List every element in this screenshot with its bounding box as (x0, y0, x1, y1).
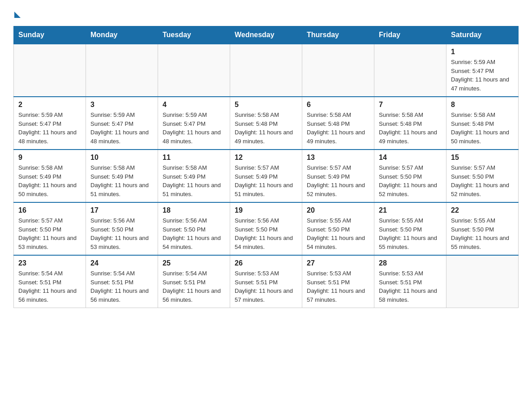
day-number: 2 (18, 101, 81, 109)
calendar-cell: 10Sunrise: 5:58 AMSunset: 5:49 PMDayligh… (86, 150, 158, 202)
week-row-4: 16Sunrise: 5:57 AMSunset: 5:50 PMDayligh… (14, 202, 519, 255)
calendar-cell (302, 44, 374, 97)
calendar-cell: 8Sunrise: 5:58 AMSunset: 5:48 PMDaylight… (446, 97, 519, 150)
calendar-cell: 19Sunrise: 5:56 AMSunset: 5:50 PMDayligh… (230, 202, 302, 255)
calendar-cell: 11Sunrise: 5:58 AMSunset: 5:49 PMDayligh… (158, 150, 230, 202)
calendar-cell: 6Sunrise: 5:58 AMSunset: 5:48 PMDaylight… (302, 97, 374, 150)
day-info: Sunrise: 5:58 AMSunset: 5:48 PMDaylight:… (235, 111, 297, 146)
day-info: Sunrise: 5:58 AMSunset: 5:49 PMDaylight:… (163, 163, 225, 198)
calendar-cell: 7Sunrise: 5:58 AMSunset: 5:48 PMDaylight… (374, 97, 446, 150)
day-info: Sunrise: 5:58 AMSunset: 5:49 PMDaylight:… (18, 163, 81, 198)
day-number: 17 (90, 206, 153, 214)
day-number: 15 (451, 154, 514, 162)
calendar-cell: 27Sunrise: 5:53 AMSunset: 5:51 PMDayligh… (302, 255, 374, 308)
day-header-monday: Monday (86, 26, 158, 44)
calendar-cell (446, 255, 519, 308)
day-info: Sunrise: 5:55 AMSunset: 5:50 PMDaylight:… (379, 216, 442, 251)
day-info: Sunrise: 5:58 AMSunset: 5:48 PMDaylight:… (451, 111, 514, 146)
day-number: 9 (18, 154, 81, 162)
calendar-cell (158, 44, 230, 97)
day-info: Sunrise: 5:54 AMSunset: 5:51 PMDaylight:… (90, 269, 153, 304)
calendar-cell: 22Sunrise: 5:55 AMSunset: 5:50 PMDayligh… (446, 202, 519, 255)
day-info: Sunrise: 5:54 AMSunset: 5:51 PMDaylight:… (163, 269, 225, 304)
calendar-header: SundayMondayTuesdayWednesdayThursdayFrid… (14, 26, 519, 44)
calendar-cell: 16Sunrise: 5:57 AMSunset: 5:50 PMDayligh… (14, 202, 86, 255)
day-info: Sunrise: 5:57 AMSunset: 5:50 PMDaylight:… (379, 163, 442, 198)
day-number: 7 (379, 101, 442, 109)
calendar-body: 1Sunrise: 5:59 AMSunset: 5:47 PMDaylight… (14, 44, 519, 308)
day-number: 4 (163, 101, 225, 109)
day-number: 20 (307, 206, 369, 214)
day-info: Sunrise: 5:56 AMSunset: 5:50 PMDaylight:… (235, 216, 297, 251)
days-of-week-row: SundayMondayTuesdayWednesdayThursdayFrid… (14, 26, 519, 44)
day-number: 16 (18, 206, 81, 214)
calendar-cell: 4Sunrise: 5:59 AMSunset: 5:47 PMDaylight… (158, 97, 230, 150)
day-info: Sunrise: 5:53 AMSunset: 5:51 PMDaylight:… (235, 269, 297, 304)
calendar-cell: 12Sunrise: 5:57 AMSunset: 5:49 PMDayligh… (230, 150, 302, 202)
calendar-cell (374, 44, 446, 97)
calendar-table: SundayMondayTuesdayWednesdayThursdayFrid… (13, 26, 519, 308)
logo-arrow-icon (14, 12, 21, 18)
calendar-cell (230, 44, 302, 97)
day-header-friday: Friday (374, 26, 446, 44)
day-number: 12 (235, 154, 297, 162)
calendar-cell: 24Sunrise: 5:54 AMSunset: 5:51 PMDayligh… (86, 255, 158, 308)
page-header (13, 9, 519, 17)
calendar-cell: 3Sunrise: 5:59 AMSunset: 5:47 PMDaylight… (86, 97, 158, 150)
day-number: 25 (163, 259, 225, 267)
day-number: 6 (307, 101, 369, 109)
day-info: Sunrise: 5:59 AMSunset: 5:47 PMDaylight:… (90, 111, 153, 146)
calendar-cell: 9Sunrise: 5:58 AMSunset: 5:49 PMDaylight… (14, 150, 86, 202)
day-number: 24 (90, 259, 153, 267)
day-number: 21 (379, 206, 442, 214)
day-number: 26 (235, 259, 297, 267)
calendar-cell: 20Sunrise: 5:55 AMSunset: 5:50 PMDayligh… (302, 202, 374, 255)
day-info: Sunrise: 5:58 AMSunset: 5:49 PMDaylight:… (90, 163, 153, 198)
day-info: Sunrise: 5:58 AMSunset: 5:48 PMDaylight:… (379, 111, 442, 146)
calendar-cell: 17Sunrise: 5:56 AMSunset: 5:50 PMDayligh… (86, 202, 158, 255)
day-info: Sunrise: 5:54 AMSunset: 5:51 PMDaylight:… (18, 269, 81, 304)
calendar-cell: 21Sunrise: 5:55 AMSunset: 5:50 PMDayligh… (374, 202, 446, 255)
day-info: Sunrise: 5:58 AMSunset: 5:48 PMDaylight:… (307, 111, 369, 146)
day-number: 3 (90, 101, 153, 109)
week-row-1: 1Sunrise: 5:59 AMSunset: 5:47 PMDaylight… (14, 44, 519, 97)
calendar-cell: 13Sunrise: 5:57 AMSunset: 5:49 PMDayligh… (302, 150, 374, 202)
calendar-cell: 5Sunrise: 5:58 AMSunset: 5:48 PMDaylight… (230, 97, 302, 150)
calendar-cell: 26Sunrise: 5:53 AMSunset: 5:51 PMDayligh… (230, 255, 302, 308)
day-number: 27 (307, 259, 369, 267)
calendar-cell: 28Sunrise: 5:53 AMSunset: 5:51 PMDayligh… (374, 255, 446, 308)
day-number: 28 (379, 259, 442, 267)
calendar-cell (86, 44, 158, 97)
day-info: Sunrise: 5:53 AMSunset: 5:51 PMDaylight:… (307, 269, 369, 304)
logo (13, 9, 21, 17)
day-number: 19 (235, 206, 297, 214)
day-info: Sunrise: 5:59 AMSunset: 5:47 PMDaylight:… (451, 58, 514, 93)
week-row-5: 23Sunrise: 5:54 AMSunset: 5:51 PMDayligh… (14, 255, 519, 308)
day-info: Sunrise: 5:57 AMSunset: 5:49 PMDaylight:… (307, 163, 369, 198)
day-info: Sunrise: 5:57 AMSunset: 5:49 PMDaylight:… (235, 163, 297, 198)
day-info: Sunrise: 5:55 AMSunset: 5:50 PMDaylight:… (451, 216, 514, 251)
day-info: Sunrise: 5:56 AMSunset: 5:50 PMDaylight:… (90, 216, 153, 251)
week-row-2: 2Sunrise: 5:59 AMSunset: 5:47 PMDaylight… (14, 97, 519, 150)
week-row-3: 9Sunrise: 5:58 AMSunset: 5:49 PMDaylight… (14, 150, 519, 202)
day-header-saturday: Saturday (446, 26, 519, 44)
calendar-cell: 15Sunrise: 5:57 AMSunset: 5:50 PMDayligh… (446, 150, 519, 202)
day-header-wednesday: Wednesday (230, 26, 302, 44)
day-number: 18 (163, 206, 225, 214)
day-number: 1 (451, 48, 514, 56)
calendar-cell: 18Sunrise: 5:56 AMSunset: 5:50 PMDayligh… (158, 202, 230, 255)
day-info: Sunrise: 5:57 AMSunset: 5:50 PMDaylight:… (451, 163, 514, 198)
day-number: 23 (18, 259, 81, 267)
calendar-cell: 25Sunrise: 5:54 AMSunset: 5:51 PMDayligh… (158, 255, 230, 308)
day-header-tuesday: Tuesday (158, 26, 230, 44)
day-info: Sunrise: 5:56 AMSunset: 5:50 PMDaylight:… (163, 216, 225, 251)
day-number: 22 (451, 206, 514, 214)
day-info: Sunrise: 5:59 AMSunset: 5:47 PMDaylight:… (163, 111, 225, 146)
day-number: 5 (235, 101, 297, 109)
day-info: Sunrise: 5:59 AMSunset: 5:47 PMDaylight:… (18, 111, 81, 146)
calendar-cell: 1Sunrise: 5:59 AMSunset: 5:47 PMDaylight… (446, 44, 519, 97)
day-info: Sunrise: 5:53 AMSunset: 5:51 PMDaylight:… (379, 269, 442, 304)
day-number: 14 (379, 154, 442, 162)
calendar-cell (14, 44, 86, 97)
calendar-cell: 14Sunrise: 5:57 AMSunset: 5:50 PMDayligh… (374, 150, 446, 202)
